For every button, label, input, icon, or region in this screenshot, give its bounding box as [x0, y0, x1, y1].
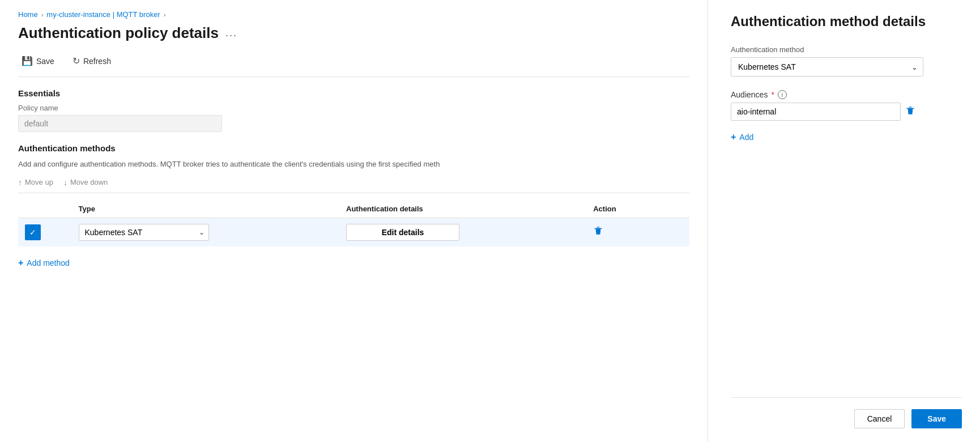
add-audience-button[interactable]: + Add	[731, 130, 962, 144]
rp-auth-method-wrapper: Kubernetes SAT X.509 certificate Custom …	[731, 57, 923, 76]
save-icon: 💾	[22, 56, 33, 66]
row-auth-details-cell: Edit details	[339, 218, 586, 246]
col-auth-details: Authentication details	[339, 200, 586, 218]
add-method-button[interactable]: + Add method	[18, 256, 70, 270]
move-down-arrow-icon: ↓	[63, 178, 67, 187]
audiences-label-row: Audiences * i	[731, 90, 962, 99]
save-label: Save	[36, 57, 54, 66]
auth-methods-section: Authentication methods Add and configure…	[18, 143, 689, 270]
breadcrumb-instance[interactable]: my-cluster-instance | MQTT broker	[46, 10, 160, 19]
add-method-label: Add method	[27, 258, 70, 267]
row-delete-button[interactable]	[593, 226, 603, 239]
required-star: *	[771, 90, 774, 99]
page-title-ellipsis[interactable]: ...	[225, 27, 237, 39]
checkmark-icon: ✓	[29, 228, 36, 237]
move-up-button[interactable]: ↑ Move up	[18, 178, 53, 187]
right-panel: Authentication method details Authentica…	[708, 0, 980, 442]
right-panel-title: Authentication method details	[731, 14, 962, 29]
essentials-section: Essentials Policy name	[18, 88, 689, 143]
edit-details-button[interactable]: Edit details	[346, 224, 459, 241]
breadcrumb-chevron-2: ›	[164, 11, 166, 18]
info-icon[interactable]: i	[778, 90, 787, 99]
trash-icon	[593, 226, 603, 236]
type-select-wrapper: Kubernetes SAT X.509 certificate Custom …	[79, 224, 209, 241]
rp-save-button[interactable]: Save	[911, 409, 962, 428]
audiences-label: Audiences	[731, 90, 768, 99]
refresh-label: Refresh	[83, 57, 111, 66]
rp-auth-method-select[interactable]: Kubernetes SAT X.509 certificate Custom	[731, 57, 923, 76]
audiences-input[interactable]	[731, 103, 901, 121]
refresh-button[interactable]: ↻ Refresh	[69, 53, 114, 69]
move-up-arrow-icon: ↑	[18, 178, 22, 187]
add-audience-label: Add	[739, 133, 753, 142]
add-audience-plus-icon: +	[731, 132, 736, 142]
move-up-label: Move up	[25, 178, 53, 186]
toolbar: 💾 Save ↻ Refresh	[18, 53, 689, 77]
cancel-button[interactable]: Cancel	[854, 409, 905, 428]
row-action-cell	[586, 218, 689, 246]
policy-name-label: Policy name	[18, 104, 689, 112]
refresh-icon: ↻	[73, 56, 80, 66]
breadcrumb-chevron-1: ›	[41, 11, 44, 18]
audiences-row	[731, 103, 962, 121]
col-checkbox	[18, 200, 72, 218]
table-row: ✓ Kubernetes SAT X.509 certificate Custo…	[18, 218, 689, 246]
move-down-button[interactable]: ↓ Move down	[63, 178, 108, 187]
save-button[interactable]: 💾 Save	[18, 53, 58, 69]
policy-name-input[interactable]	[18, 115, 222, 132]
row-checkbox-cell[interactable]: ✓	[18, 218, 72, 246]
plus-icon: +	[18, 258, 23, 268]
auth-methods-title: Authentication methods	[18, 143, 689, 153]
row-type-cell: Kubernetes SAT X.509 certificate Custom …	[72, 218, 340, 246]
right-panel-footer: Cancel Save	[731, 397, 962, 428]
move-down-label: Move down	[70, 178, 108, 186]
col-type: Type	[72, 200, 340, 218]
col-action: Action	[586, 200, 689, 218]
breadcrumb: Home › my-cluster-instance | MQTT broker…	[18, 10, 689, 19]
auth-methods-description: Add and configure authentication methods…	[18, 159, 689, 170]
breadcrumb-home[interactable]: Home	[18, 10, 38, 19]
essentials-title: Essentials	[18, 88, 689, 98]
edit-details-label: Edit details	[382, 228, 424, 237]
page-title: Authentication policy details	[18, 24, 219, 42]
auth-methods-table: Type Authentication details Action ✓	[18, 200, 689, 246]
row-checkbox[interactable]: ✓	[25, 224, 41, 240]
rp-auth-method-label: Authentication method	[731, 45, 962, 54]
page-title-row: Authentication policy details ...	[18, 24, 689, 42]
audiences-trash-icon	[905, 105, 915, 116]
type-select[interactable]: Kubernetes SAT X.509 certificate Custom	[79, 224, 209, 241]
audiences-delete-button[interactable]	[905, 105, 915, 118]
move-toolbar: ↑ Move up ↓ Move down	[18, 178, 689, 193]
left-panel: Home › my-cluster-instance | MQTT broker…	[0, 0, 708, 442]
